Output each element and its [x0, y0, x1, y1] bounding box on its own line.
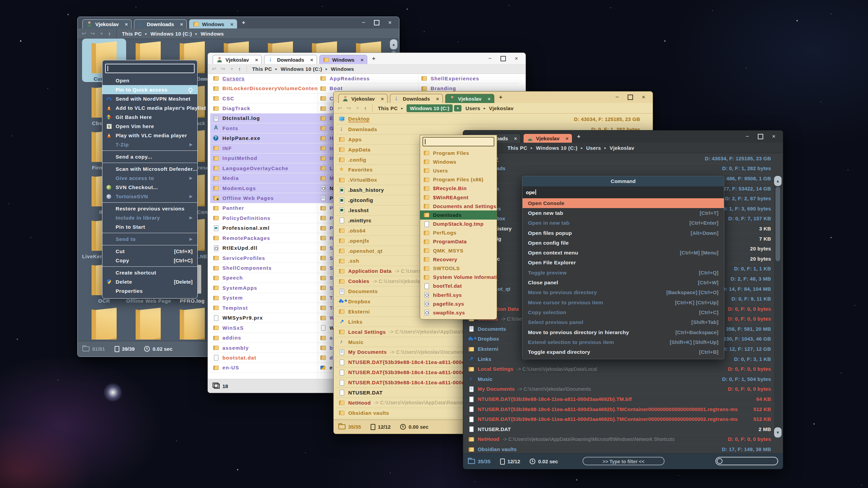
close-button[interactable]: ×	[388, 19, 392, 26]
tab[interactable]: Vjekoslav ×	[445, 94, 494, 103]
context-menu-item[interactable]: Properties	[102, 286, 197, 296]
back-button[interactable]: ↩	[82, 30, 86, 37]
breadcrumb-item[interactable]: Windows 10 (C:)	[281, 66, 322, 72]
command-item[interactable]: Open new tab [Ctrl+T]	[522, 208, 724, 218]
context-menu-item[interactable]: Send to ▶	[102, 235, 197, 244]
drive-dropdown-button[interactable]: ▾	[454, 105, 461, 111]
new-tab-button[interactable]: +	[242, 19, 245, 26]
file-row[interactable]: DtcInstall.log	[210, 114, 317, 123]
close-button[interactable]: ×	[642, 94, 645, 101]
dropdown-item[interactable]: Program Files (x86)	[420, 175, 497, 184]
breadcrumb-user[interactable]: Vjekoslav	[489, 105, 514, 111]
command-item[interactable]: Close panel [Ctrl+W]	[522, 278, 724, 287]
breadcrumb-item[interactable]: Users	[586, 145, 601, 151]
file-row[interactable]: Local Settings -> C:\Users\Vjekoslav\App…	[466, 364, 774, 374]
minimize-button[interactable]: −	[488, 55, 492, 62]
file-row[interactable]: Cursors	[210, 74, 317, 83]
context-menu-item[interactable]: Create shortcut	[102, 268, 197, 277]
breadcrumb-item[interactable]: Windows	[201, 31, 224, 37]
tab[interactable]: Vjekoslav ×	[82, 19, 132, 28]
file-row[interactable]: LanguageOverlayCache	[210, 163, 317, 173]
file-row[interactable]: assembly	[210, 343, 317, 353]
breadcrumb-item[interactable]: This PC	[252, 66, 272, 72]
dropdown-item[interactable]: Users	[420, 166, 497, 175]
tab[interactable]: Windows ×	[319, 55, 367, 64]
history-dropdown-button[interactable]: ▼	[230, 67, 234, 71]
dropdown-item[interactable]: pagefile.sys	[420, 299, 497, 308]
context-menu-item[interactable]: Open Vim here	[102, 122, 197, 131]
scrollbar[interactable]: ▲ ▼	[774, 176, 782, 438]
file-row[interactable]: My Documents -> C:\Users\Vjekoslav\Docum…	[466, 384, 774, 394]
file-row[interactable]: NTUSER.DAT 2 MB	[466, 424, 774, 434]
dropdown-item[interactable]: QMK_MSYS	[420, 246, 497, 255]
file-icon-cell[interactable]: PolicyDefinitions	[82, 305, 126, 341]
breadcrumb-item[interactable]: Vjekoslav	[610, 145, 634, 151]
maximize-button[interactable]	[500, 56, 506, 61]
file-row[interactable]: Music D: 0, F: 1, 504 bytes	[466, 374, 774, 384]
tab-close-icon[interactable]: ×	[360, 57, 363, 63]
file-row[interactable]: Fonts	[210, 123, 317, 133]
breadcrumb-users[interactable]: Users	[466, 105, 480, 111]
dropdown-item[interactable]: $WinREAgent	[420, 193, 497, 202]
command-item[interactable]: Copy selection [Ctrl+C]	[522, 307, 724, 317]
tab-close-icon[interactable]: ×	[180, 21, 183, 27]
file-row[interactable]: Panther	[210, 203, 317, 213]
command-item[interactable]: Open in new tab [Ctrl+Enter]	[522, 218, 724, 228]
context-menu-item[interactable]: Restore previous versions	[102, 204, 197, 213]
tab-close-icon[interactable]: ×	[488, 96, 491, 102]
file-row[interactable]: BitLockerDiscoveryVolumeContents	[210, 83, 317, 93]
context-menu-item[interactable]: Include in library ▶	[102, 213, 197, 222]
file-row[interactable]: Speech	[210, 273, 317, 283]
context-menu-item[interactable]: Give access to ▶	[102, 174, 197, 183]
history-dropdown-button[interactable]: ▼	[100, 32, 103, 36]
file-row[interactable]: CSC	[210, 94, 317, 103]
breadcrumb-this-pc[interactable]: This PC	[378, 105, 398, 111]
dropdown-item[interactable]: PerfLogs	[420, 228, 497, 237]
context-menu-item[interactable]: Pin to Quick access	[102, 85, 197, 94]
file-row[interactable]: RemotePackages	[210, 233, 317, 243]
dropdown-item[interactable]: DumpStack.log.tmp	[420, 220, 497, 228]
tab-close-icon[interactable]: ×	[381, 96, 384, 102]
file-row[interactable]: Desktop D: 43034, F: 125185, 23 GB	[466, 154, 774, 164]
forward-button[interactable]: ↪	[91, 30, 95, 37]
close-button[interactable]: ×	[515, 55, 518, 62]
status-filter-input[interactable]	[715, 457, 778, 465]
file-row[interactable]: NTUSER.DAT{53b39e88-18c4-11ea-a811-000d3…	[466, 414, 774, 424]
command-item[interactable]: Open Console	[522, 198, 724, 208]
context-menu-item[interactable]: Scan with Microsoft Defender...	[102, 164, 197, 174]
breadcrumb-item[interactable]: Windows 10 (C:)	[151, 31, 192, 37]
tab-close-icon[interactable]: ×	[230, 21, 233, 27]
context-menu-item[interactable]: Add to VLC media player's Playlist	[102, 103, 197, 113]
context-menu-item[interactable]: Delete [Delete]	[102, 277, 197, 286]
up-button[interactable]: ↑	[238, 66, 241, 72]
file-row[interactable]: ModemLogs	[210, 183, 317, 193]
maximize-button[interactable]	[374, 20, 379, 25]
breadcrumb-drive-selected[interactable]: Windows 10 (C:)	[407, 104, 453, 112]
file-row[interactable]: Offline Web Pages	[210, 193, 317, 203]
maximize-button[interactable]	[758, 134, 763, 139]
back-button[interactable]: ↩	[338, 105, 342, 111]
context-menu-item[interactable]: Open	[102, 76, 197, 85]
up-button[interactable]: ↑	[364, 105, 367, 111]
forward-button[interactable]: ↪	[221, 66, 225, 72]
file-row[interactable]: ServiceProfiles	[210, 253, 317, 263]
tab-close-icon[interactable]: ×	[125, 21, 128, 27]
file-row[interactable]: WMSysPr9.prx	[210, 313, 317, 323]
command-item[interactable]: Open File Explorer	[522, 258, 724, 268]
file-row[interactable]: NetHood -> C:\Users\Vjekoslav\AppData\Ro…	[466, 434, 774, 445]
command-item[interactable]: Open config file	[522, 238, 724, 248]
palette-search-input[interactable]: ope	[522, 186, 724, 198]
context-menu-item[interactable]: Cut [Ctrl+X]	[102, 247, 197, 256]
file-row[interactable]: Media	[210, 173, 317, 183]
dropdown-item[interactable]: Recovery	[420, 255, 497, 264]
command-item[interactable]: Select previous panel [Shift+Tab]	[522, 318, 724, 327]
file-row[interactable]: InputMethod	[210, 154, 317, 163]
menu-filter-input[interactable]	[105, 64, 195, 73]
dropdown-item[interactable]: Downloads	[420, 210, 497, 219]
command-item[interactable]: Move to previous directory in hierarchy …	[522, 327, 724, 337]
breadcrumb-item[interactable]: This PC	[122, 31, 142, 37]
file-row[interactable]: WinSxS	[210, 323, 317, 333]
file-row[interactable]: NTUSER.DAT{53b39e88-18c4-11ea-a811-000d3…	[466, 404, 774, 414]
file-icon-cell[interactable]: Prefetch	[126, 305, 170, 341]
scrollbar-thumb[interactable]	[775, 187, 780, 261]
